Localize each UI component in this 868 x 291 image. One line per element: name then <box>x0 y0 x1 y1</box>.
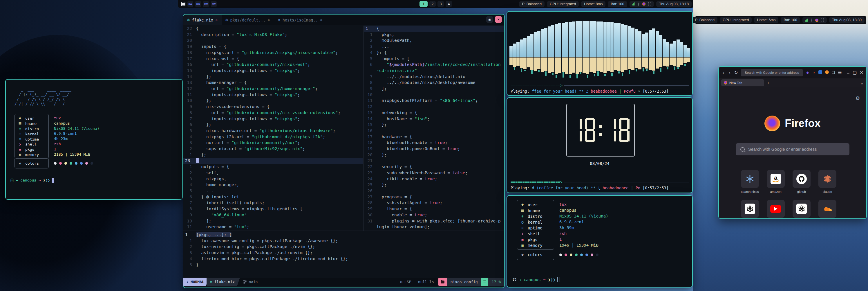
clock-widget: Thu Aug 08, 18:39 <box>829 17 865 23</box>
system-tray: ᛒ <box>802 17 827 23</box>
editor-tabline: ❄flake.nix✕❄pkgs/default...✕❄hosts/isoIm… <box>183 14 504 25</box>
addon-icon[interactable] <box>825 70 829 74</box>
editor-close-button[interactable]: ✕ <box>495 16 502 23</box>
shell-prompt[interactable]: ᗣ → canopus ~ ❯❯❯ <box>513 277 560 282</box>
workspace-button-1[interactable]: 1 <box>420 1 428 7</box>
fetch-value: NixOS 24.11 (Vicuna) <box>559 213 608 219</box>
newtab-settings-gear-icon[interactable]: ⚙ <box>856 95 860 101</box>
color-swatch <box>54 162 57 165</box>
shortcut-tile-youtube[interactable]: youtube <box>767 200 785 219</box>
code-line: 5} <box>183 262 504 268</box>
status-widget: P: Balanced <box>519 1 544 7</box>
code-line: 8 url = "github:nix-community/nix-vscode… <box>183 110 363 116</box>
url-bar[interactable]: Search with Google or enter address <box>741 69 803 77</box>
taskbar-app-icon[interactable]: $W <box>211 1 217 7</box>
nix-snowflake-icon: ❄ <box>187 18 190 22</box>
memory-icon: ▦ <box>520 243 525 248</box>
shortcut-tile-amazon[interactable]: aamazon <box>767 170 785 194</box>
shortcut-label: search.nixos <box>741 190 759 194</box>
network-icon[interactable] <box>805 19 808 22</box>
github-icon <box>796 174 807 184</box>
packages-icon: ▣ <box>18 148 22 152</box>
editor-pane-pkgs-default[interactable]: 1{pkgs, ...}: {1 tux-awesome-wm-config =… <box>183 232 504 278</box>
code-line: 3 astronvim = pkgs.callPackage ./astronv… <box>183 250 504 256</box>
back-icon[interactable]: ‹ <box>722 70 725 75</box>
editor-tab-hosts-isoImag-[interactable]: ❄hosts/isoImag..✕ <box>274 14 326 25</box>
minimize-icon[interactable]: – <box>846 70 850 75</box>
code-line: 9 ]; <box>364 86 504 92</box>
taskbar-app-icon[interactable]: $W <box>195 1 201 7</box>
code-line: 9 nix-vscode-extensions = { <box>183 104 363 110</box>
code-line: 6 } @ inputs: let <box>183 194 363 200</box>
firefox-icon[interactable] <box>642 2 646 5</box>
color-swatch <box>559 254 562 256</box>
system-tray: ᛒ <box>629 1 654 7</box>
newtab-search-input[interactable]: Search with Google or enter address <box>736 143 849 155</box>
shortcut-tile-chatgpt[interactable]: chatgpt <box>741 200 759 219</box>
hamburger-menu-icon[interactable]: ☰ <box>838 70 842 75</box>
bluetooth-icon[interactable]: ᛒ <box>811 18 813 22</box>
neovim-editor-window[interactable]: ❄flake.nix✕❄pkgs/default...✕❄hosts/isoIm… <box>183 14 505 288</box>
editor-toggle-button[interactable]: ◉ <box>486 16 493 23</box>
taskbar-app-icon[interactable]: $W <box>203 1 209 7</box>
tab-close-icon[interactable]: ✕ <box>320 18 322 22</box>
shortcut-tile-github[interactable]: github <box>793 170 811 194</box>
fetch-label: shell <box>528 231 540 236</box>
statusline-file-segment: ❄ flake.nix <box>207 278 240 286</box>
fetch-label: uptime <box>25 137 39 141</box>
tab-close-icon[interactable]: ✕ <box>216 18 218 22</box>
dark-reader-icon[interactable]: ◑ <box>812 70 815 75</box>
editor-tab-flake-nix[interactable]: ❄flake.nix✕ <box>183 14 222 25</box>
shortcut-tile-search-nixos[interactable]: search.nixos <box>741 170 759 194</box>
fetch-value: 1 <box>54 147 99 152</box>
workspace-button-3[interactable]: 3 <box>437 1 444 7</box>
shortcut-label: claude <box>823 190 832 194</box>
terminal-cava-visualizer[interactable]: =====================> Playing: ffee for… <box>506 11 693 96</box>
forward-icon[interactable]: › <box>728 70 731 75</box>
shortcut-tile-chat-openai[interactable]: chat.openai <box>793 200 811 219</box>
workspace-button-4[interactable]: 4 <box>445 1 452 7</box>
editor-window-buttons: ◉ ✕ <box>486 16 502 23</box>
code-line: 18 nixpkgs.url = "github:nixos/nixpkgs/n… <box>183 50 363 56</box>
close-icon[interactable]: ✕ <box>860 70 863 75</box>
terminal-fastfetch-left[interactable]: _ ___ ____ _____ / |/ (_)_ __/ __ \/ __/… <box>5 79 183 200</box>
distro-icon: ❄ <box>520 214 525 219</box>
fetch-label: colors <box>528 252 542 257</box>
editor-tab-pkgs-default-[interactable]: ❄pkgs/default...✕ <box>222 14 274 25</box>
editor-pane-iso-config[interactable]: 1{1 pkgs,2 modulesPath,3 ...4}: {5 impor… <box>364 26 504 231</box>
shell-prompt[interactable]: ᗣ → canopus ~ ❯❯❯ <box>10 178 54 183</box>
bitwarden-icon[interactable] <box>818 70 822 74</box>
shortcut-tile-cloudflare[interactable]: cloudflare <box>818 200 836 219</box>
phone-icon[interactable] <box>648 2 651 6</box>
firefox-icon[interactable] <box>815 19 818 22</box>
color-swatch <box>575 254 578 256</box>
amazon-icon: a <box>771 174 781 184</box>
menu-icon[interactable] <box>181 2 185 6</box>
sidebar-icon[interactable]: ❏ <box>832 70 835 75</box>
maximize-icon[interactable]: ▢ <box>852 70 857 75</box>
code-line: 14 }; <box>183 74 363 80</box>
taskbar-app-icon[interactable]: $W <box>187 1 193 7</box>
extension-icon[interactable]: ◆ <box>806 70 809 75</box>
tab-close-icon[interactable]: ✕ <box>268 18 270 22</box>
new-tab-button[interactable]: + <box>767 81 769 85</box>
code-line: 7 ../../modules/nixos/default.nix <box>364 74 504 80</box>
editor-pane-flake-nix[interactable]: 22{21 description = "tux's NixOS Flake";… <box>183 26 363 231</box>
phone-icon[interactable] <box>821 18 824 22</box>
terminal-fastfetch-right[interactable]: ☻user☰hname❄distro▢kernel⊙uptime❯shell▣p… <box>506 195 693 288</box>
tab-list-chevron-icon[interactable]: ⌄ <box>860 80 864 86</box>
firefox-window[interactable]: ‹ › ↻ Search with Google or enter addres… <box>718 66 867 219</box>
shortcut-tile-claude[interactable]: claude <box>818 170 836 194</box>
fetch-value: 6.9.8-zen1 <box>559 219 608 225</box>
workspace-button-2[interactable]: 2 <box>429 1 436 7</box>
bluetooth-icon[interactable]: ᛒ <box>638 2 640 6</box>
terminal-tty-clock[interactable]: 08/08/24 =====================> Playing:… <box>506 97 693 193</box>
tab-new-tab[interactable]: New Tab <box>721 79 764 86</box>
workspace-switcher: 1234 <box>420 1 452 7</box>
firefox-tab-icon <box>724 81 727 85</box>
network-icon[interactable] <box>632 2 636 5</box>
status-widget: GPU: Integrated <box>720 17 752 23</box>
reload-icon[interactable]: ↻ <box>734 70 738 75</box>
fetch-row: ❄distro <box>15 126 49 132</box>
status-widget: Home: 6ms <box>754 17 778 23</box>
